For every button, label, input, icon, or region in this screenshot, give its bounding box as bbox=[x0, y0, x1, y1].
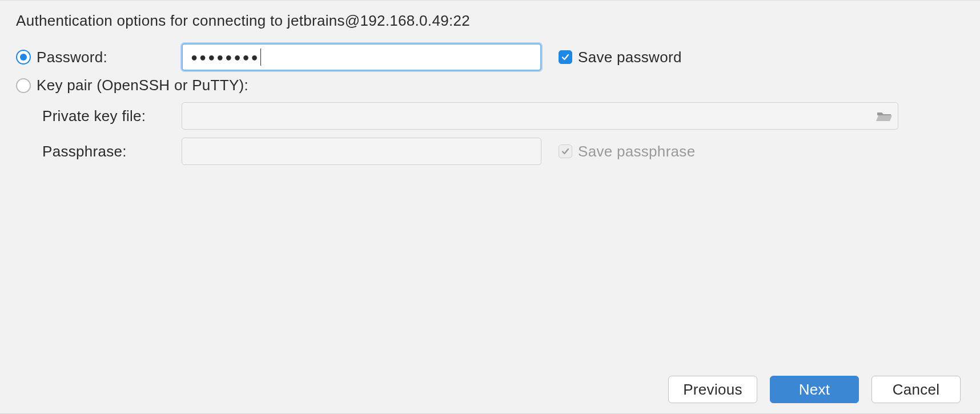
password-radio[interactable] bbox=[16, 50, 31, 65]
save-passphrase-label: Save passphrase bbox=[578, 143, 695, 160]
checkmark-icon bbox=[561, 147, 570, 156]
password-mask: ●●●●●●●● bbox=[191, 51, 260, 63]
heading: Authentication options for connecting to… bbox=[16, 12, 964, 30]
button-bar: Previous Next Cancel bbox=[16, 376, 964, 403]
keypair-label: Key pair (OpenSSH or PuTTY): bbox=[37, 77, 248, 94]
save-password-label: Save password bbox=[578, 49, 682, 66]
save-password-checkbox[interactable] bbox=[559, 50, 572, 64]
private-key-input[interactable] bbox=[182, 102, 898, 130]
passphrase-row: Passphrase: Save passphrase bbox=[16, 138, 964, 165]
next-button[interactable]: Next bbox=[770, 376, 859, 403]
password-input[interactable]: ●●●●●●●● bbox=[182, 43, 541, 71]
private-key-row: Private key file: bbox=[16, 102, 964, 130]
keypair-radio[interactable] bbox=[16, 78, 31, 93]
save-passphrase-checkbox bbox=[559, 144, 572, 158]
previous-button[interactable]: Previous bbox=[668, 376, 757, 403]
cancel-button[interactable]: Cancel bbox=[871, 376, 961, 403]
checkmark-icon bbox=[561, 53, 570, 62]
password-label: Password: bbox=[37, 49, 107, 66]
text-caret bbox=[260, 49, 261, 66]
folder-open-icon[interactable] bbox=[876, 110, 892, 122]
form-area: Password: ●●●●●●●● Save password Key pai… bbox=[16, 43, 964, 376]
private-key-label: Private key file: bbox=[42, 107, 146, 125]
auth-settings-panel: Authentication options for connecting to… bbox=[0, 0, 980, 414]
keypair-row: Key pair (OpenSSH or PuTTY): bbox=[16, 77, 964, 94]
passphrase-input[interactable] bbox=[182, 138, 541, 165]
password-row: Password: ●●●●●●●● Save password bbox=[16, 43, 964, 71]
passphrase-label: Passphrase: bbox=[42, 143, 127, 160]
